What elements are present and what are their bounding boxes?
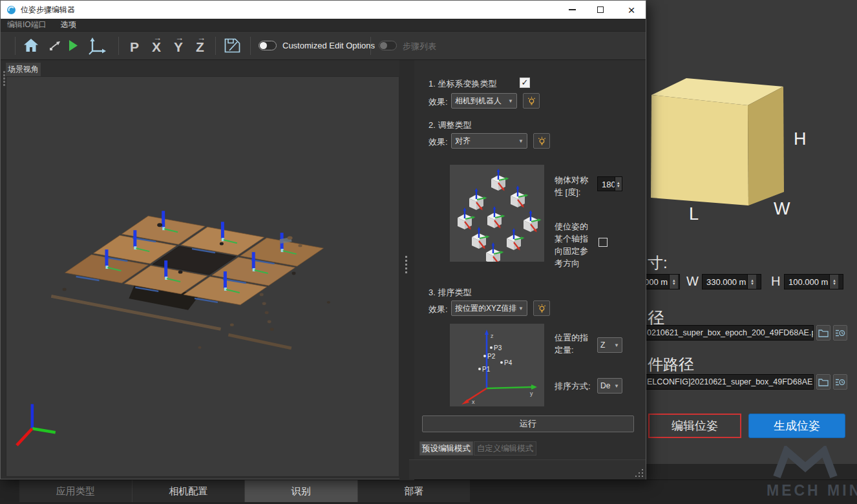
section1-checkbox[interactable]: ✓ [520,78,530,88]
screen: H L W 寸: 000 m ▴▾ W 330.000 m ▴▾ H 100.0… [0,0,857,504]
axis-lock-checkbox[interactable] [598,238,608,247]
sort-illustration: z y x P1 P2 P3 P4 [450,324,544,406]
panel-splitter[interactable] [399,60,414,480]
length-spin-buttons[interactable]: ▴▾ [669,275,678,289]
section1-effect-label: 效果: [428,96,448,108]
config-path-input[interactable]: ELCONFIG]20210621_super_box_49FD68AE.py [643,374,814,390]
axes-view-button[interactable] [87,37,107,58]
width-spin-buttons[interactable]: ▴▾ [747,275,756,289]
save-edit-icon [224,38,240,53]
generate-pose-button[interactable]: 生成位姿 [748,414,845,438]
scene-view-tab[interactable]: 场景视角 [6,63,41,76]
save-edit-button[interactable] [224,38,240,56]
point-p3: P3 [494,344,502,352]
axis-z-label: z [491,333,494,339]
config-browse-button[interactable] [816,374,831,390]
sort-type-value: 按位置的XYZ值排 [455,303,516,314]
close-button[interactable]: × [620,1,642,19]
symmetry-label: 物体对称性 [度]: [555,174,588,198]
height-spinner[interactable]: 100.000 m ▴▾ [784,274,843,289]
run-button[interactable]: 运行 [422,415,634,432]
app-icon [6,5,16,15]
pick-point-button[interactable] [48,39,61,54]
toolbar-pose-p[interactable]: P [126,34,144,59]
recent-files-icon [835,329,845,337]
preset-edit-mode-tab[interactable]: 预设编辑模式 [419,441,473,456]
box-label-w: W [774,199,790,218]
axes-icon [87,37,107,55]
width-label: W [686,274,699,289]
box-label-l: L [689,204,699,224]
title-bar[interactable]: 位姿步骤编辑器 × [1,1,646,19]
menu-edit-io-port[interactable]: 编辑IO端口 [7,19,47,30]
point-p1: P1 [482,366,491,373]
chevron-down-icon: ▼ [614,342,619,348]
home-icon [23,37,39,53]
symmetry-spin-buttons[interactable]: ▴▾ [615,177,622,191]
position-component-select[interactable]: Z▼ [597,337,622,353]
toolbar: P →X →Y →Z Customized Edit Option [1,32,646,60]
run-step-button[interactable] [69,40,78,54]
pose-step-editor-window: 位姿步骤编辑器 × 编辑IO端口 选项 [0,0,646,479]
symmetry-value: 180 [598,177,615,191]
transform-hint-button[interactable] [523,93,540,109]
menu-options[interactable]: 选项 [61,19,76,30]
sort-type-select[interactable]: 按位置的XYZ值排▼ [451,300,527,316]
chevron-down-icon: ▼ [508,98,513,104]
position-component-value: Z [600,341,605,350]
customized-edit-toggle-label: Customized Edit Options [282,41,375,50]
sort-order-value: De [600,381,610,390]
model-path-input[interactable]: 0210621_super_box_epoch_200_49FD68AE.pth [643,325,814,341]
run-label: 运行 [520,418,536,430]
model-recent-button[interactable] [833,325,847,341]
model-browse-button[interactable] [816,325,831,341]
custom-edit-mode-tab[interactable]: 自定义编辑模式 [474,441,536,456]
splitter-handle-icon [405,256,407,273]
sort-order-select[interactable]: De▼ [597,378,622,394]
toggle-knob [380,42,387,49]
config-recent-button[interactable] [833,374,847,390]
symmetry-spinner[interactable]: 180 ▴▾ [597,176,622,191]
editor-bottom-strip [409,459,646,479]
adjust-type-select[interactable]: 对齐▼ [451,133,527,149]
customized-edit-toggle[interactable] [259,41,277,50]
mech-mind-watermark: MECH MIND [767,482,857,499]
lightbulb-icon [537,304,547,313]
lightbulb-icon [527,96,536,106]
dimensions-heading: 寸: [648,253,668,273]
tab-camera-config[interactable]: 相机配置 [132,480,246,502]
sort-order-label: 排序方式: [555,381,591,392]
adjust-hint-button[interactable] [533,133,550,149]
window-title: 位姿步骤编辑器 [21,5,75,16]
check-icon: ✓ [522,78,529,87]
height-spin-buttons[interactable]: ▴▾ [829,275,838,289]
sort-hint-button[interactable] [533,300,550,316]
maximize-button[interactable] [589,1,611,19]
step-list-toggle[interactable] [379,41,397,50]
toolbar-pose-x[interactable]: →X [148,34,166,59]
model-path-text: 0210621_super_box_epoch_200_49FD68AE.pth [647,328,814,337]
toolbar-pose-z[interactable]: →Z [192,34,210,59]
box-pointcloud [65,216,324,305]
width-spinner[interactable]: 330.000 m ▴▾ [702,274,761,289]
section1-title: 1. 坐标系变换类型 [428,78,496,90]
step-list-toggle-label: 步骤列表 [403,41,436,52]
pointcloud-canvas[interactable] [6,76,399,477]
axis-x-label: x [472,399,475,405]
toolbar-pose-y[interactable]: →Y [170,34,188,59]
recent-files-icon [835,378,845,386]
edit-pose-button[interactable]: 编辑位姿 [648,414,741,438]
minimize-button[interactable] [561,1,583,19]
tab-application-type[interactable]: 应用类型 [19,480,132,502]
toggle-knob [260,42,267,49]
transform-type-select[interactable]: 相机到机器人▼ [451,93,517,109]
tab-recognition[interactable]: 识别 [245,480,358,502]
config-path-heading: 件路径 [648,354,694,375]
axis-triad [17,404,56,445]
resize-grip[interactable] [634,468,643,477]
edit-pose-label: 编辑位姿 [672,418,718,434]
tab-deployment[interactable]: 部署 [358,480,471,502]
home-view-button[interactable] [23,37,39,56]
minimize-icon [569,9,576,10]
box-model-canvas[interactable]: H L W [646,58,857,252]
